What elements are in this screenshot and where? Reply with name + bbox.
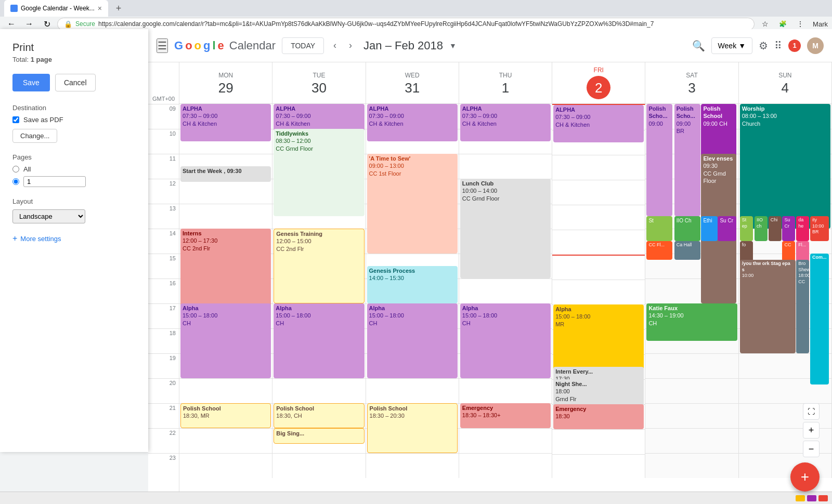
time-11: 11 [148,154,179,179]
event-mon-alpha[interactable]: ALPHA 07:30 – 09:00 CH & Kitchen [180,104,271,141]
event-wed-genesis[interactable]: Genesis Process 14:00 – 15:30 [367,266,458,303]
page-number-radio[interactable] [12,178,19,185]
swatch-red [818,495,828,501]
day-header-mon[interactable]: Mon 29 [179,62,272,103]
day-header-thu[interactable]: Thu 1 [459,62,552,103]
gmt-header: GMT+00 [148,62,179,104]
day-name-sat: Sat [686,72,697,79]
apps-button[interactable]: ⠿ [774,39,782,52]
event-sat-cath[interactable]: Ca Hall [674,241,700,260]
save-button[interactable]: Save [12,74,50,91]
event-sat-katie[interactable]: Katie Faux 14:30 – 19:00 CH [646,303,737,341]
event-sat-su[interactable]: Su Cr [718,216,736,241]
next-week-button[interactable]: › [346,37,355,54]
event-wed-polish[interactable]: Polish School 18:30 – 20:30 [367,403,458,453]
view-selector[interactable]: Week ▼ [711,37,752,54]
event-mon-interns[interactable]: Interns 12:00 – 17:30 CC 2nd Flr [180,229,271,316]
swatch-purple [807,495,816,501]
event-wed-alpha[interactable]: ALPHA 07:30 – 09:00 CH & Kitchen [367,104,458,141]
create-event-fab[interactable]: + [790,462,820,492]
tab-close-icon[interactable]: × [98,4,102,12]
dropdown-icon[interactable]: ▼ [449,42,457,50]
day-col-mon: ALPHA 07:30 – 09:00 CH & Kitchen Start t… [179,104,272,478]
event-wed-alpha2[interactable]: Alpha 15:00 – 18:00 CH [367,303,458,378]
time-15: 15 [148,254,179,278]
day-name-mon: Mon [218,72,233,79]
event-sun-bro[interactable]: Bro Shewn... 18:00 CC [796,260,809,353]
date-range-display: Jan – Feb 2018 [363,39,443,52]
hamburger-menu[interactable]: ☰ [157,38,168,53]
time-19: 19 [148,353,179,378]
day-header-wed[interactable]: Wed 31 [366,62,459,103]
event-thu-alpha[interactable]: ALPHA 07:30 – 09:00 CH & Kitchen [460,104,551,141]
fullscreen-button[interactable]: ⛶ [803,403,820,420]
avatar[interactable]: M [807,37,824,54]
layout-label: Layout [12,197,136,205]
event-fri-emerg[interactable]: Emergency 18:30 [553,404,644,429]
time-23: 23 [148,453,179,478]
event-mon-polish[interactable]: Polish School 18:30, MR [180,403,271,428]
search-button[interactable]: 🔍 [692,39,705,52]
change-button[interactable]: Change... [12,129,57,143]
new-tab-button[interactable]: + [111,1,126,16]
plus-icon: + [801,469,809,485]
day-header-fri[interactable]: Fri 2 [552,62,645,103]
day-header-sat[interactable]: Sat 3 [645,62,738,103]
event-sun-ity[interactable]: ity 10:00 BR [810,216,829,241]
cancel-button[interactable]: Cancel [55,74,96,91]
event-fri-alpha[interactable]: ALPHA 07:30 – 09:00 CH & Kitchen [553,105,644,142]
day-header-tue[interactable]: Tue 30 [272,62,366,103]
event-sun-iioch[interactable]: IIO ch [755,216,768,241]
event-sun-da[interactable]: da he [796,216,809,241]
event-mon-alpha2[interactable]: Alpha 15:00 – 18:00 CH [180,303,271,378]
day-col-wed: ALPHA 07:30 – 09:00 CH & Kitchen 'A Time… [366,104,459,478]
day-header-sun[interactable]: Sun 4 [739,62,832,103]
day-num-sat: 3 [688,81,695,95]
time-14: 14 [148,229,179,254]
zoom-out-button[interactable]: − [803,441,820,457]
page-number-input[interactable] [23,176,86,187]
tab[interactable]: Google Calendar - Week... × [4,0,108,17]
address-bar[interactable]: 🔒 Secure https://calendar.google.com/cal… [57,18,755,31]
event-sun-staging[interactable]: /you thw ork Stag epa s 10:00 [740,260,796,353]
print-total: Total: 1 page [12,56,136,63]
event-thu-lunch[interactable]: Lunch Club 10:00 – 14:00 CC Grnd Floor [460,179,551,278]
event-sat-multi[interactable]: St [646,216,672,241]
event-tue-alpha2[interactable]: Alpha 15:00 – 18:00 CH [274,303,364,378]
print-panel: Print Total: 1 page Save Cancel Destinat… [0,29,148,452]
event-sat-polish1[interactable]: Polish Scho... 09:00 [646,104,672,216]
event-tue-tiddly[interactable]: Tiddlywinks 08:30 – 12:00 CC Grnd Floor [274,129,364,216]
layout-section: Layout Landscape Portrait [12,197,136,223]
event-sun-chi[interactable]: Chi [769,216,782,241]
calendar-grid: GMT+00 09 10 11 12 13 14 15 16 17 18 19 … [148,62,832,504]
all-radio[interactable] [12,166,19,173]
event-tue-ipds[interactable]: Big Sing... [274,428,364,444]
notification-badge[interactable]: 1 [788,39,801,52]
event-mon-startweek[interactable]: Start the Week , 09:30 [180,166,271,182]
pages-section: Pages All [12,153,136,187]
event-sat-ethi[interactable]: Ethi [701,216,718,241]
more-settings-row[interactable]: + More settings [12,234,136,243]
today-button[interactable]: TODAY [282,37,324,54]
day-name-sun: Sun [778,72,791,79]
save-as-pdf-label: Save as PDF [23,116,63,124]
event-sun-com[interactable]: Com... [810,254,829,384]
event-tue-polish[interactable]: Polish School 18:30, CH [274,403,364,428]
event-sat-ch[interactable]: IIO Ch [674,216,700,241]
event-wed-sew[interactable]: 'A Time to Sew' 09:00 – 13:00 CC 1st Flo… [367,154,458,254]
event-sun-worship[interactable]: Worship 08:00 – 13:00 Church [740,104,830,229]
event-sun-st[interactable]: St ep [740,216,753,241]
layout-select[interactable]: Landscape Portrait [12,209,85,223]
save-as-pdf-checkbox[interactable] [12,116,19,123]
event-sun-su2[interactable]: Su Cr [782,216,795,241]
settings-button[interactable]: ⚙ [759,39,768,52]
event-sat-polish2[interactable]: Polish Scho... 09:00 BR [674,104,700,216]
event-tue-genesis[interactable]: Genesis Training 12:00 – 15:00 CC 2nd Fl… [274,229,364,303]
day-col-tue: ALPHA 07:30 – 09:00 CH & Kitchen Tiddlyw… [272,104,366,478]
event-sat-cc[interactable]: CC Fl... [646,241,672,260]
zoom-in-button[interactable]: + [803,422,820,439]
days-container: Mon 29 Tue 30 Wed 31 Thu 1 Fri 2 [179,62,832,504]
prev-week-button[interactable]: ‹ [330,37,340,54]
event-thu-alpha2[interactable]: Alpha 15:00 – 18:00 CH [460,303,551,378]
event-thu-emerg[interactable]: Emergency 18:30 – 18:30+ [460,403,551,428]
